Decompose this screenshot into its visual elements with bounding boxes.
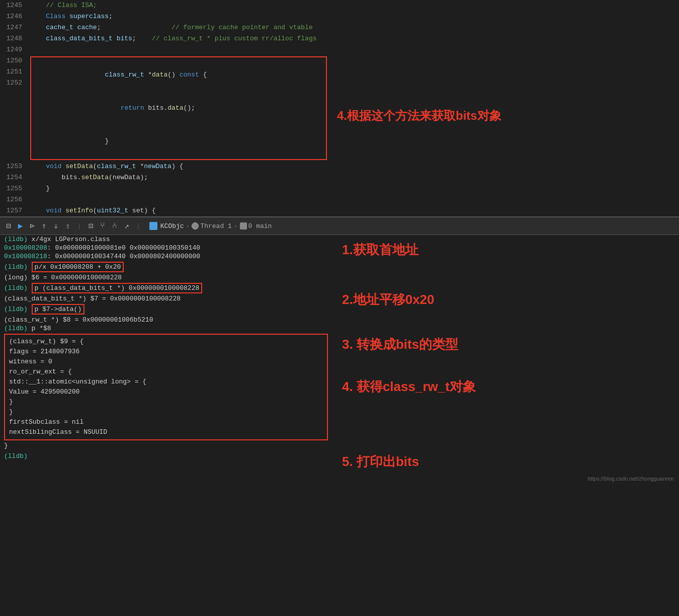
lldb-final-prompt: (lldb) <box>0 452 332 460</box>
code-line-1257: 1257 void setInfo(uint32_t set) { <box>0 205 327 216</box>
toolbar: ⊟ ▶ ⊳ ⇑ ⇓ ⇧ | ⊡ ⑂ ⑃ ↗ | KCObjc › Thread … <box>0 217 679 235</box>
step-out-icon[interactable]: ⇓ <box>52 220 61 232</box>
lldb-closing: } <box>0 441 332 450</box>
watermark: https://blog.csdn.net/zhongguanren <box>587 476 674 482</box>
nav-icon[interactable]: ↗ <box>122 220 131 232</box>
code-left: 1245 // Class ISA; 1246 Class superclass… <box>0 0 327 216</box>
thread-icon <box>192 222 199 229</box>
breadcrumb-app: KCObjc <box>160 222 184 230</box>
lldb-big-box: (class_rw_t) $9 = { flags = 2148007936 w… <box>4 334 328 440</box>
lldb-box-line-3: (lldb) p $7->data() <box>0 303 332 316</box>
debug-icon[interactable]: ⊡ <box>87 220 96 232</box>
frame-badge: 0 main <box>240 222 272 230</box>
anno-4: 4. 获得class_rw_t对象 <box>342 377 679 397</box>
anno-5: 5. 打印出bits <box>342 452 679 472</box>
frame-icon <box>240 222 247 229</box>
highlight-block: 1250 1251 1252 class_rw_t *data() const … <box>0 55 327 161</box>
lldb-cmd-box-1: p/x 0x100008208 + 0x20 <box>32 262 124 272</box>
lldb-box-line-1: (lldb) p/x 0x100008208 + 0x20 <box>0 261 332 273</box>
step-over-icon[interactable]: ⊳ <box>28 220 37 232</box>
sep2: | <box>136 222 140 230</box>
code-line-1254: 1254 bits.setData(newData); <box>0 172 327 183</box>
code-line-1253: 1253 void setData(class_rw_t *newData) { <box>0 161 327 172</box>
breadcrumb: KCObjc › Thread 1 › 0 main <box>149 222 272 230</box>
play-icon[interactable]: ▶ <box>16 220 25 232</box>
lldb-output-5: (class_rw_t *) $8 = 0x00000001006b5210 <box>0 316 332 324</box>
code-line-1255: 1255 } <box>0 183 327 194</box>
anno-block-2: 2.地址平移0x20 <box>342 290 679 315</box>
share-icon[interactable]: ⑃ <box>110 220 119 232</box>
code-line-1246: 1246 Class superclass; <box>0 11 327 22</box>
sep1: | <box>77 222 81 230</box>
lldb-line-1: (lldb) x/4gx LGPerson.class <box>0 235 332 244</box>
code-line-1248: 1248 class_data_bits_t bits; // class_rw… <box>0 33 327 44</box>
break-icon[interactable]: ⊟ <box>4 220 13 232</box>
console-annotations: 1.获取首地址 2.地址平移0x20 3. 转换成bits的类型 4. 获得cl… <box>332 235 679 487</box>
code-editor: 1245 // Class ISA; 1246 Class superclass… <box>0 0 679 217</box>
anno-block-3: 3. 转换成bits的类型 <box>342 335 679 359</box>
step-up-icon[interactable]: ⇧ <box>63 220 72 232</box>
code-line-1247: 1247 cache_t cache; // formerly cache po… <box>0 22 327 33</box>
main-container: 1245 // Class ISA; 1246 Class superclass… <box>0 0 679 487</box>
step-in-icon[interactable]: ⇑ <box>40 220 49 232</box>
lldb-output-4: (class_data_bits_t *) $7 = 0x00000001000… <box>0 294 332 303</box>
anno-block-4: 4. 获得class_rw_t对象 <box>342 377 679 402</box>
console-left: (lldb) x/4gx LGPerson.class 0x100008208:… <box>0 235 332 487</box>
anno-block-5: 5. 打印出bits <box>342 452 679 477</box>
lldb-cmd-box-3: p $7->data() <box>32 304 85 315</box>
code-line-1245: 1245 // Class ISA; <box>0 0 327 11</box>
app-icon <box>149 222 157 230</box>
breadcrumb-frame: 0 main <box>248 222 272 230</box>
code-line-1249: 1249 <box>0 44 327 55</box>
console-section: (lldb) x/4gx LGPerson.class 0x100008208:… <box>0 235 679 487</box>
breadcrumb-thread: Thread 1 <box>200 222 231 230</box>
lldb-box-line-2: (lldb) p (class_data_bits_t *) 0x0000000… <box>0 282 332 294</box>
code-line-1256: 1256 <box>0 194 327 205</box>
anno-3: 3. 转换成bits的类型 <box>342 335 679 354</box>
anno-1: 1.获取首地址 <box>342 240 679 260</box>
anno-2: 2.地址平移0x20 <box>342 290 679 310</box>
code-annotation-right: 4.根据这个方法来获取bits对象 <box>327 0 679 216</box>
code-highlight-box: class_rw_t *data() const { return bits.d… <box>30 56 327 160</box>
lldb-line-p8: (lldb) p *$8 <box>0 324 332 333</box>
annotation-4-code: 4.根据这个方法来获取bits对象 <box>337 107 501 125</box>
lldb-output-2: 0x100008218: 0x0000000100347440 0x000080… <box>0 252 332 261</box>
anno-block-1: 1.获取首地址 <box>342 240 679 265</box>
branch-icon[interactable]: ⑂ <box>98 220 107 232</box>
lldb-output-1: 0x100008208: 0x00000001000081e0 0x000000… <box>0 244 332 252</box>
lldb-output-3: (long) $6 = 0x0000000100008228 <box>0 273 332 282</box>
lldb-cmd-box-2: p (class_data_bits_t *) 0x00000001000082… <box>32 283 203 293</box>
thread-badge: Thread 1 <box>192 222 231 230</box>
